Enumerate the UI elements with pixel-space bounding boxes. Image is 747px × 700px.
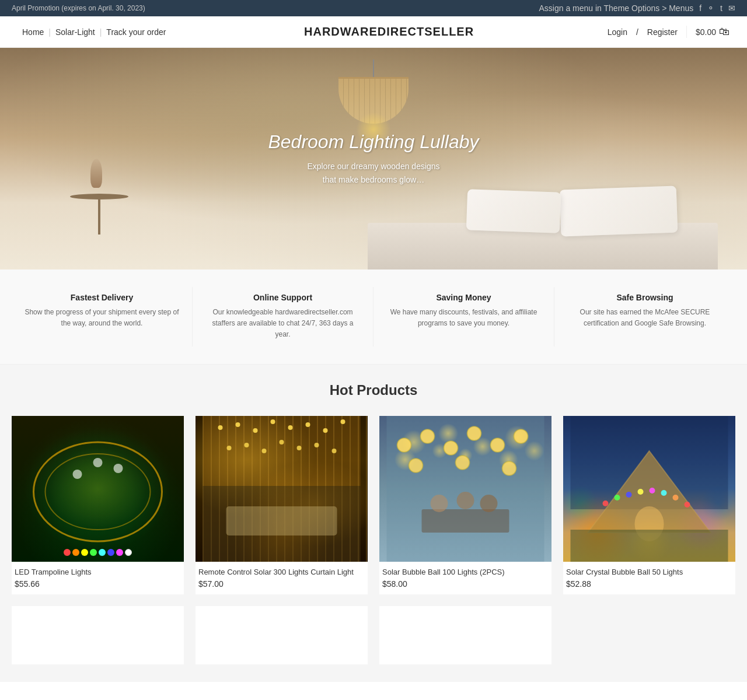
table-top [70, 194, 128, 200]
product-info-0: LED Trampoline Lights $55.66 [12, 562, 184, 594]
register-link[interactable]: Register [647, 27, 678, 37]
svg-rect-5 [203, 416, 361, 486]
instagram-icon[interactable]: ⚬ [707, 4, 714, 13]
products-row-2 [12, 606, 735, 664]
product-name-3: Solar Crystal Bubble Ball 50 Lights [566, 568, 732, 576]
brand-name: HARDWAREDIRECTSELLER [304, 25, 474, 38]
svg-point-29 [514, 429, 528, 443]
product-name-1: Remote Control Solar 300 Lights Curtain … [198, 568, 365, 576]
svg-point-21 [332, 449, 337, 453]
nav-track-order[interactable]: Track your order [102, 27, 170, 37]
svg-point-45 [661, 490, 667, 496]
trampoline-lights-row [12, 549, 184, 556]
svg-point-12 [306, 422, 310, 427]
svg-point-10 [271, 419, 275, 424]
svg-point-40 [603, 501, 609, 506]
email-icon[interactable]: ✉ [728, 4, 735, 13]
top-bar-right: Assign a menu in Theme Options > Menus f… [539, 4, 736, 13]
product-placeholder-3 [563, 606, 735, 664]
product-card-0[interactable]: LED Trampoline Lights $55.66 [12, 416, 184, 594]
menu-assign-link[interactable]: Assign a menu in Theme Options > Menus [539, 4, 694, 13]
product-placeholder-1 [196, 606, 368, 664]
product-info-1: Remote Control Solar 300 Lights Curtain … [196, 562, 368, 594]
crystal-image [563, 416, 735, 562]
svg-point-30 [409, 459, 423, 473]
product-card-2[interactable]: Solar Bubble Ball 100 Lights (2PCS) $58.… [379, 416, 551, 594]
product-card-3[interactable]: Solar Crystal Bubble Ball 50 Lights $52.… [563, 416, 735, 594]
hero-subtitle: Explore our dreamy wooden designs that m… [268, 160, 479, 186]
feature-title-1: Online Support [204, 293, 361, 302]
hot-products-title: Hot Products [12, 382, 735, 398]
hero-title: Bedroom Lighting Lullaby [268, 131, 479, 153]
bubble-image [379, 416, 551, 562]
feature-fastest-delivery: Fastest Delivery Show the progress of yo… [12, 287, 193, 346]
svg-rect-33 [422, 509, 509, 533]
top-bar: April Promotion (expires on April. 30, 2… [0, 0, 747, 16]
product-price-0: $55.66 [15, 579, 181, 589]
svg-point-31 [456, 456, 470, 470]
svg-point-46 [673, 495, 679, 501]
hero-banner: Bedroom Lighting Lullaby Explore our dre… [0, 48, 747, 270]
side-table-decoration [70, 194, 128, 235]
nav-home[interactable]: Home [18, 27, 48, 37]
product-info-3: Solar Crystal Bubble Ball 50 Lights $52.… [563, 562, 735, 594]
light-yellow [81, 549, 88, 556]
svg-point-32 [502, 461, 516, 475]
hot-products-section: Hot Products [0, 365, 747, 682]
feature-safe-browsing: Safe Browsing Our site has earned the Mc… [554, 287, 735, 346]
lamp-wire [373, 60, 374, 77]
feature-desc-1: Our knowledgeable hardwaredirectseller.c… [204, 307, 361, 341]
login-sep: / [636, 27, 638, 37]
pillow-1 [560, 186, 678, 237]
products-grid: LED Trampoline Lights $55.66 [12, 416, 735, 594]
product-image-0 [12, 416, 184, 562]
svg-point-14 [341, 419, 345, 424]
crystal-svg [563, 416, 735, 562]
feature-desc-2: We have many discounts, festivals, and a… [385, 307, 542, 329]
nav-solar-light[interactable]: Solar-Light [51, 27, 100, 37]
product-info-2: Solar Bubble Ball 100 Lights (2PCS) $58.… [379, 562, 551, 594]
bubble-svg [379, 416, 551, 562]
promo-text: April Promotion (expires on April. 30, 2… [12, 4, 145, 12]
feature-online-support: Online Support Our knowledgeable hardwar… [193, 287, 374, 346]
main-nav-left: Home | Solar-Light | Track your order [18, 27, 171, 37]
svg-point-24 [397, 438, 411, 452]
cart-button[interactable]: $0.00 🛍 [686, 26, 729, 38]
svg-point-4 [93, 458, 103, 467]
product-image-1 [196, 416, 368, 562]
svg-point-20 [315, 443, 319, 447]
pillow-2 [466, 189, 561, 233]
feature-desc-0: Show the progress of your shipment every… [23, 307, 180, 329]
vase-decoration [90, 159, 102, 188]
svg-point-17 [262, 449, 267, 453]
svg-point-47 [685, 502, 690, 508]
svg-point-2 [73, 470, 82, 479]
svg-point-11 [288, 425, 293, 430]
light-green [90, 549, 97, 556]
svg-point-3 [114, 464, 123, 473]
product-price-1: $57.00 [198, 579, 365, 589]
features-section: Fastest Delivery Show the progress of yo… [0, 270, 747, 365]
feature-desc-3: Our site has earned the McAfee SECURE ce… [566, 307, 724, 329]
product-image-3 [563, 416, 735, 562]
svg-point-35 [457, 492, 474, 509]
svg-point-34 [431, 495, 448, 512]
nav-right: Login / Register $0.00 🛍 [608, 26, 729, 38]
curtain-svg [196, 416, 368, 562]
product-placeholder-2 [379, 606, 551, 664]
svg-point-43 [638, 489, 644, 495]
trampoline-svg [12, 416, 184, 562]
product-card-1[interactable]: Remote Control Solar 300 Lights Curtain … [196, 416, 368, 594]
login-link[interactable]: Login [608, 27, 627, 37]
svg-point-7 [218, 425, 223, 430]
product-name-2: Solar Bubble Ball 100 Lights (2PCS) [382, 568, 549, 576]
svg-point-42 [626, 492, 632, 498]
curtain-image [196, 416, 368, 562]
twitter-icon[interactable]: t [720, 4, 722, 13]
product-placeholder-0 [12, 606, 184, 664]
svg-point-13 [323, 428, 328, 433]
feature-title-0: Fastest Delivery [23, 293, 180, 302]
facebook-icon[interactable]: f [699, 4, 701, 13]
svg-point-28 [491, 438, 505, 452]
product-image-2 [379, 416, 551, 562]
